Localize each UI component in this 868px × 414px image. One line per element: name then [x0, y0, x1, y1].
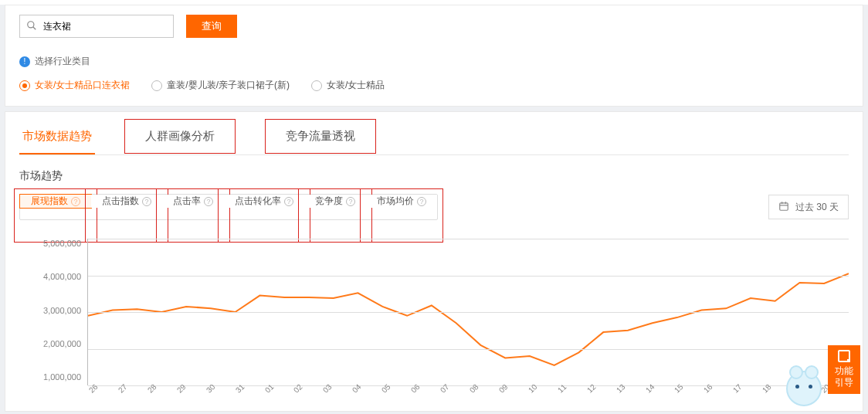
x-axis-labels: 2627282930310102030405060708091011121314… — [87, 389, 849, 397]
filter-panel: 查询 ! 选择行业类目 女装/女士精品口连衣裙 童装/婴儿装/亲子装口裙子(新)… — [5, 5, 863, 107]
metric-impressions[interactable]: 展现指数? — [19, 194, 92, 209]
metric-click-index[interactable]: 点击指数? — [91, 195, 162, 208]
help-icon: ? — [417, 197, 426, 206]
help-icon: ? — [71, 197, 80, 206]
radio-option-2[interactable]: 女装/女士精品 — [311, 79, 385, 92]
search-button[interactable]: 查询 — [186, 15, 237, 38]
category-header: ! 选择行业类目 — [19, 55, 849, 68]
plot-area — [87, 239, 849, 385]
tab-persona-analysis[interactable]: 人群画像分析 — [124, 119, 236, 154]
metric-ctr[interactable]: 点击率? — [162, 195, 224, 208]
info-icon: ! — [19, 56, 30, 67]
help-guide-label: 功能 引导 — [831, 365, 857, 389]
help-icon: ? — [204, 197, 213, 206]
radio-label: 童装/婴儿装/亲子装口裙子(新) — [167, 79, 290, 92]
help-icon: ? — [284, 197, 293, 206]
date-range-label: 过去 30 天 — [795, 201, 839, 214]
date-range-selector[interactable]: 过去 30 天 — [768, 195, 849, 219]
mascot-icon[interactable] — [786, 371, 822, 406]
radio-icon — [19, 80, 30, 91]
help-icon: ? — [142, 197, 151, 206]
radio-option-0[interactable]: 女装/女士精品口连衣裙 — [19, 79, 130, 92]
metric-avg-price[interactable]: 市场均价? — [366, 195, 437, 208]
search-input[interactable] — [42, 20, 167, 32]
search-icon — [26, 20, 37, 33]
metric-cvr[interactable]: 点击转化率? — [224, 195, 304, 208]
radio-option-1[interactable]: 童装/婴儿装/亲子装口裙子(新) — [151, 79, 290, 92]
metric-competition[interactable]: 竞争度? — [304, 195, 366, 208]
guide-icon — [838, 350, 850, 362]
main-panel: 市场数据趋势 人群画像分析 竞争流量透视 市场趋势 展现指数? 点击指数? 点击… — [5, 111, 863, 412]
tab-traffic-insight[interactable]: 竞争流量透视 — [265, 119, 376, 154]
radio-label: 女装/女士精品 — [327, 79, 385, 92]
metric-group: 展现指数? 点击指数? 点击率? 点击转化率? 竞争度? 市场均价? — [19, 194, 438, 220]
svg-point-0 — [28, 21, 34, 27]
tab-market-data[interactable]: 市场数据趋势 — [19, 118, 95, 154]
svg-rect-2 — [780, 202, 788, 209]
svg-line-1 — [33, 26, 36, 29]
tab-row: 市场数据趋势 人群画像分析 竞争流量透视 — [19, 112, 849, 155]
calendar-icon — [778, 201, 789, 214]
chart: 5,000,0004,000,0003,000,0002,000,0001,00… — [19, 239, 849, 397]
radio-label: 女装/女士精品口连衣裙 — [35, 79, 130, 92]
category-radios: 女装/女士精品口连衣裙 童装/婴儿装/亲子装口裙子(新) 女装/女士精品 — [19, 79, 849, 92]
search-box[interactable] — [19, 15, 174, 38]
section-title: 市场趋势 — [19, 169, 849, 183]
radio-icon — [311, 80, 322, 91]
help-guide-button[interactable]: 功能 引导 — [828, 345, 860, 394]
radio-icon — [151, 80, 162, 91]
y-axis-labels: 5,000,0004,000,0003,000,0002,000,0001,00… — [19, 239, 81, 382]
help-icon: ? — [346, 197, 355, 206]
